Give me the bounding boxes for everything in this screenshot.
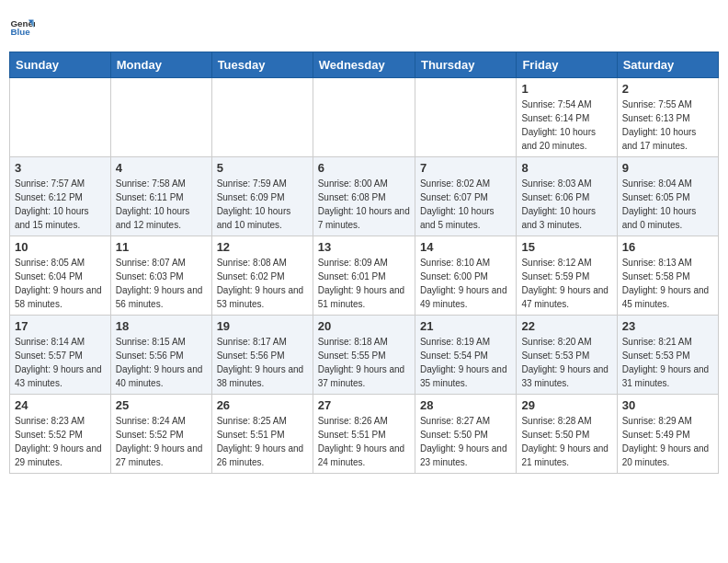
calendar-cell [313,78,415,157]
day-info: Sunrise: 8:25 AM Sunset: 5:51 PM Dayligh… [217,414,308,469]
logo-icon: General Blue [9,15,35,40]
calendar-cell: 3Sunrise: 7:57 AM Sunset: 6:12 PM Daylig… [10,157,111,236]
day-number: 4 [116,161,207,175]
day-info: Sunrise: 8:23 AM Sunset: 5:52 PM Dayligh… [15,414,106,469]
column-header-tuesday: Tuesday [211,52,313,78]
svg-text:Blue: Blue [10,27,30,37]
day-number: 27 [318,398,410,412]
calendar-cell: 28Sunrise: 8:27 AM Sunset: 5:50 PM Dayli… [415,395,516,474]
calendar-cell: 14Sunrise: 8:10 AM Sunset: 6:00 PM Dayli… [415,236,516,316]
day-number: 5 [217,161,308,175]
calendar-cell: 15Sunrise: 8:12 AM Sunset: 5:59 PM Dayli… [517,236,617,316]
day-number: 24 [15,398,106,412]
calendar-cell: 6Sunrise: 8:00 AM Sunset: 6:08 PM Daylig… [313,157,415,236]
day-info: Sunrise: 8:09 AM Sunset: 6:01 PM Dayligh… [318,256,410,311]
day-info: Sunrise: 8:27 AM Sunset: 5:50 PM Dayligh… [420,414,511,469]
day-number: 12 [217,240,308,254]
column-header-wednesday: Wednesday [313,52,415,78]
day-info: Sunrise: 7:57 AM Sunset: 6:12 PM Dayligh… [15,177,106,232]
day-number: 19 [217,319,308,333]
day-info: Sunrise: 8:05 AM Sunset: 6:04 PM Dayligh… [15,256,106,311]
day-info: Sunrise: 8:08 AM Sunset: 6:02 PM Dayligh… [217,256,308,311]
day-info: Sunrise: 8:07 AM Sunset: 6:03 PM Dayligh… [116,256,207,311]
day-info: Sunrise: 8:03 AM Sunset: 6:06 PM Dayligh… [521,177,611,232]
calendar-cell: 20Sunrise: 8:18 AM Sunset: 5:55 PM Dayli… [313,316,415,395]
calendar-week-2: 3Sunrise: 7:57 AM Sunset: 6:12 PM Daylig… [10,157,719,236]
column-header-sunday: Sunday [10,52,111,78]
day-info: Sunrise: 8:00 AM Sunset: 6:08 PM Dayligh… [318,177,410,232]
day-info: Sunrise: 7:55 AM Sunset: 6:13 PM Dayligh… [622,98,713,153]
calendar-cell: 8Sunrise: 8:03 AM Sunset: 6:06 PM Daylig… [517,157,617,236]
day-number: 26 [217,398,308,412]
day-number: 6 [318,161,410,175]
calendar-cell: 1Sunrise: 7:54 AM Sunset: 6:14 PM Daylig… [517,78,617,157]
calendar-cell: 16Sunrise: 8:13 AM Sunset: 5:58 PM Dayli… [617,236,718,316]
day-number: 1 [521,82,611,96]
day-info: Sunrise: 8:29 AM Sunset: 5:49 PM Dayligh… [622,414,713,469]
calendar-cell [415,78,516,157]
calendar-header-row: SundayMondayTuesdayWednesdayThursdayFrid… [10,52,719,78]
calendar-cell: 23Sunrise: 8:21 AM Sunset: 5:53 PM Dayli… [617,316,718,395]
day-info: Sunrise: 8:21 AM Sunset: 5:53 PM Dayligh… [622,335,713,390]
calendar-cell: 26Sunrise: 8:25 AM Sunset: 5:51 PM Dayli… [211,395,313,474]
day-info: Sunrise: 8:02 AM Sunset: 6:07 PM Dayligh… [420,177,511,232]
calendar-cell: 4Sunrise: 7:58 AM Sunset: 6:11 PM Daylig… [110,157,211,236]
calendar-cell: 5Sunrise: 7:59 AM Sunset: 6:09 PM Daylig… [211,157,313,236]
calendar-cell: 19Sunrise: 8:17 AM Sunset: 5:56 PM Dayli… [211,316,313,395]
day-number: 13 [318,240,410,254]
day-info: Sunrise: 8:12 AM Sunset: 5:59 PM Dayligh… [521,256,611,311]
calendar-cell: 9Sunrise: 8:04 AM Sunset: 6:05 PM Daylig… [617,157,718,236]
day-info: Sunrise: 8:17 AM Sunset: 5:56 PM Dayligh… [217,335,308,390]
day-number: 30 [622,398,713,412]
calendar-cell: 24Sunrise: 8:23 AM Sunset: 5:52 PM Dayli… [10,395,111,474]
logo: General Blue [9,9,35,46]
day-info: Sunrise: 8:15 AM Sunset: 5:56 PM Dayligh… [116,335,207,390]
day-info: Sunrise: 8:19 AM Sunset: 5:54 PM Dayligh… [420,335,511,390]
day-number: 8 [521,161,611,175]
calendar-cell: 7Sunrise: 8:02 AM Sunset: 6:07 PM Daylig… [415,157,516,236]
day-info: Sunrise: 7:58 AM Sunset: 6:11 PM Dayligh… [116,177,207,232]
day-number: 22 [521,319,611,333]
calendar-cell: 11Sunrise: 8:07 AM Sunset: 6:03 PM Dayli… [110,236,211,316]
day-info: Sunrise: 8:26 AM Sunset: 5:51 PM Dayligh… [318,414,410,469]
day-info: Sunrise: 8:14 AM Sunset: 5:57 PM Dayligh… [15,335,106,390]
column-header-thursday: Thursday [415,52,516,78]
day-number: 21 [420,319,511,333]
calendar-cell: 25Sunrise: 8:24 AM Sunset: 5:52 PM Dayli… [110,395,211,474]
day-number: 15 [521,240,611,254]
day-number: 18 [116,319,207,333]
calendar-cell [110,78,211,157]
calendar-cell: 12Sunrise: 8:08 AM Sunset: 6:02 PM Dayli… [211,236,313,316]
day-info: Sunrise: 8:28 AM Sunset: 5:50 PM Dayligh… [521,414,611,469]
day-number: 28 [420,398,511,412]
calendar-week-1: 1Sunrise: 7:54 AM Sunset: 6:14 PM Daylig… [10,78,719,157]
column-header-monday: Monday [110,52,211,78]
calendar-table: SundayMondayTuesdayWednesdayThursdayFrid… [9,52,719,474]
day-info: Sunrise: 8:18 AM Sunset: 5:55 PM Dayligh… [318,335,410,390]
day-number: 25 [116,398,207,412]
page-header: General Blue [9,9,719,46]
day-number: 10 [15,240,106,254]
calendar-week-5: 24Sunrise: 8:23 AM Sunset: 5:52 PM Dayli… [10,395,719,474]
calendar-cell [10,78,111,157]
calendar-cell: 29Sunrise: 8:28 AM Sunset: 5:50 PM Dayli… [517,395,617,474]
day-info: Sunrise: 7:54 AM Sunset: 6:14 PM Dayligh… [521,98,611,153]
day-number: 2 [622,82,713,96]
day-number: 14 [420,240,511,254]
calendar-cell: 17Sunrise: 8:14 AM Sunset: 5:57 PM Dayli… [10,316,111,395]
day-info: Sunrise: 8:13 AM Sunset: 5:58 PM Dayligh… [622,256,713,311]
day-number: 9 [622,161,713,175]
day-number: 17 [15,319,106,333]
calendar-cell: 13Sunrise: 8:09 AM Sunset: 6:01 PM Dayli… [313,236,415,316]
column-header-friday: Friday [517,52,617,78]
day-number: 16 [622,240,713,254]
calendar-week-4: 17Sunrise: 8:14 AM Sunset: 5:57 PM Dayli… [10,316,719,395]
day-number: 29 [521,398,611,412]
calendar-cell [211,78,313,157]
day-number: 3 [15,161,106,175]
day-info: Sunrise: 8:20 AM Sunset: 5:53 PM Dayligh… [521,335,611,390]
calendar-cell: 2Sunrise: 7:55 AM Sunset: 6:13 PM Daylig… [617,78,718,157]
calendar-cell: 21Sunrise: 8:19 AM Sunset: 5:54 PM Dayli… [415,316,516,395]
calendar-cell: 22Sunrise: 8:20 AM Sunset: 5:53 PM Dayli… [517,316,617,395]
day-number: 20 [318,319,410,333]
